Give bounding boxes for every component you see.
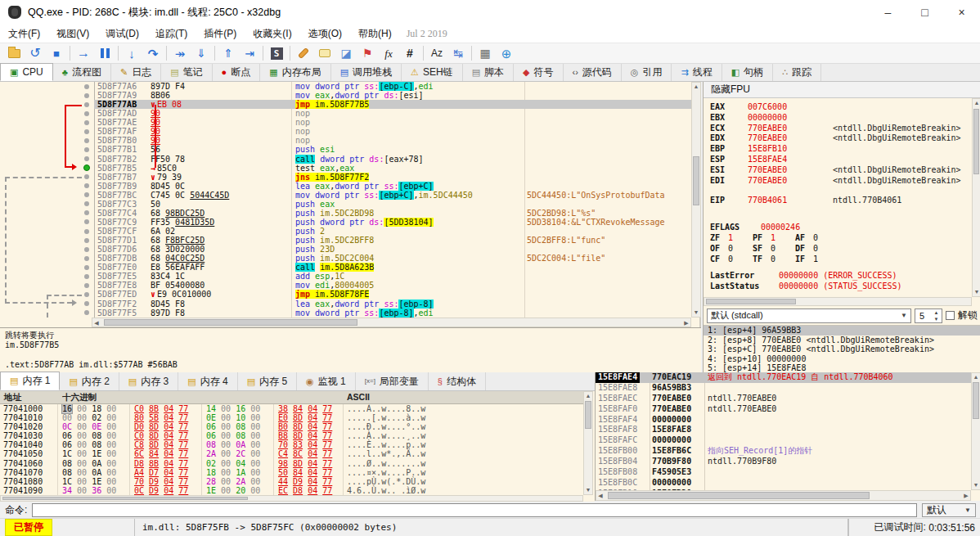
stop-button[interactable]: ■ [46, 44, 67, 62]
disasm-row[interactable]: 5D8F77AB∨EB 08jmp im.5D8F77B5 [0, 100, 691, 109]
labels-button[interactable]: ◪ [335, 44, 357, 62]
memory-vscrollbar[interactable]: ▲ ▼ [583, 391, 593, 495]
hash-button[interactable]: # [399, 44, 420, 62]
flags-row[interactable]: CF0TF0IF1 [710, 254, 973, 265]
tab-log[interactable]: ✎日志 [111, 64, 161, 81]
disasm-row[interactable]: 5D8F77A6897D F4mov dword ptr ss:[ebp-C],… [0, 82, 691, 91]
memory-row[interactable]: 7704107008 00 0A 00A4 D7 04 7718 00 1A 0… [0, 468, 583, 477]
menu-item[interactable]: 帮助(H) [350, 25, 400, 43]
argument-row[interactable]: 2: [esp+8] 770EABE0 <ntdll.DbgUiRemoteBr… [704, 336, 980, 345]
disasm-row[interactable]: 5D8F77C9FF35 0481D35Dpush dword ptr ds:[… [0, 218, 691, 227]
disasm-row[interactable]: 5D8F77ED∨E9 0C010000jmp im.5D8F78FE [0, 290, 691, 299]
breakpoint-dot[interactable] [84, 247, 89, 252]
hide-fpu-button[interactable]: 隐藏FPU [704, 82, 980, 98]
argument-count-stepper[interactable]: 5 ▲▼ [915, 309, 942, 323]
memory-row[interactable]: 770410200C 00 0E 00D0 8D 04 7706 00 08 0… [0, 422, 583, 431]
open-file-button[interactable] [3, 44, 25, 62]
argument-row[interactable]: 3: [esp+C] 770EABE0 <ntdll.DbgUiRemoteBr… [704, 345, 980, 354]
functions-button[interactable]: fx [378, 44, 399, 62]
disasm-row[interactable]: 5D8F77AF90nop [0, 127, 691, 136]
menu-item[interactable]: 选项(O) [300, 25, 350, 43]
register-row[interactable]: EBP15E8FB10 [710, 144, 973, 155]
stepper-arrows-icon[interactable]: ▲▼ [932, 309, 941, 322]
patches-button[interactable] [293, 44, 314, 62]
breakpoint-dot[interactable] [84, 93, 89, 98]
argument-row[interactable]: 4: [esp+10] 00000000 [704, 354, 980, 364]
tab-references[interactable]: ◎引用 [622, 64, 672, 81]
command-input[interactable] [32, 503, 917, 517]
trace-into-button[interactable]: ↠ [169, 44, 191, 62]
run-button[interactable]: → [73, 44, 94, 62]
tab-memory-map[interactable]: ▦内存布局 [260, 64, 330, 81]
tab-locals[interactable]: [x=]局部变量 [356, 372, 429, 390]
menu-item[interactable]: 调试(D) [97, 25, 147, 43]
breakpoint-dot[interactable] [84, 174, 89, 179]
disasm-row[interactable]: 5D8F77C350push eax [0, 200, 691, 209]
unlock-checkbox[interactable] [946, 311, 955, 320]
breakpoint-dot[interactable] [84, 219, 89, 224]
close-button[interactable]: × [943, 0, 980, 25]
disasm-row[interactable]: 5D8F77C468 98BDC25Dpush im.5DC2BD985DC2B… [0, 209, 691, 218]
breakpoint-dot[interactable] [84, 111, 89, 116]
disasm-row[interactable]: 5D8F77B5→85C0test eax,eax [0, 164, 691, 173]
update-check-button[interactable]: ⊕ [496, 44, 517, 62]
disasm-row[interactable]: 5D8F77B7∨79 39jns im.5D8F77F2 [0, 173, 691, 182]
memory-row[interactable]: 7704103006 00 08 00C0 8D 04 7706 00 08 0… [0, 431, 583, 440]
tab-source[interactable]: ‹›源代码 [564, 64, 622, 81]
breakpoint-dot[interactable] [84, 274, 89, 279]
calculator-button[interactable]: ▦ [474, 44, 496, 62]
step-16-button[interactable]: ⇓ [191, 44, 212, 62]
preferences-az-button[interactable]: Az [426, 44, 447, 62]
scylla-button[interactable]: S [266, 44, 287, 62]
register-row[interactable]: EDI770EABE0<ntdll.DbgUiRemoteBreakin> [710, 176, 973, 187]
tab-dump-1[interactable]: ▤内存 1 [0, 372, 60, 390]
memory-row[interactable]: 7704104006 00 08 00C8 8D 04 7708 00 0A 0… [0, 440, 583, 449]
argument-row[interactable]: 5: [esp+14] 15E8FAE8 [704, 363, 980, 372]
memory-hscrollbar[interactable] [0, 495, 583, 502]
disasm-row[interactable]: 5D8F77F28D45 F8lea eax,dword ptr ss:[ebp… [0, 300, 691, 309]
disasm-row[interactable]: 5D8F77B98D45 0Clea eax,dword ptr ss:[ebp… [0, 182, 691, 191]
register-row[interactable]: EBX00000000 [710, 113, 973, 124]
stack-row[interactable]: 15E8FB04770B9F80ntdll.770B9F80 [596, 457, 972, 467]
register-row[interactable]: EDX770EABE0<ntdll.DbgUiRemoteBreakin> [710, 133, 973, 144]
memory-row[interactable]: 7704100016 00 18 00C0 8B 04 7714 00 16 0… [0, 404, 583, 413]
breakpoint-dot[interactable] [84, 156, 89, 161]
command-scope-select[interactable]: 默认 ▼ [922, 503, 976, 517]
breakpoint-dot[interactable] [84, 84, 89, 89]
tab-watch-1[interactable]: ◉监视 1 [297, 372, 356, 390]
topmost-button[interactable]: ↹ [447, 44, 469, 62]
disasm-row[interactable]: 5D8F77CF6A 02push 2 [0, 227, 691, 236]
disasm-row[interactable]: 5D8F77D668 3D020000push 23D [0, 245, 691, 254]
disasm-vscrollbar[interactable]: ▲ ▼ [691, 82, 701, 318]
disasm-row[interactable]: 5D8F77B156push esi [0, 145, 691, 154]
disasm-row[interactable]: 5D8F77BCC745 0C 5044C45Dmov dword ptr ss… [0, 191, 691, 200]
menu-item[interactable]: 追踪(T) [147, 25, 196, 43]
execute-till-return-button[interactable]: ⇑ [218, 44, 239, 62]
memory-row[interactable]: 7704109034 00 36 000C D9 04 771E 00 20 0… [0, 486, 583, 495]
calling-convention-select[interactable]: 默认 (stdcall) ▼ [707, 309, 911, 323]
tab-dump-2[interactable]: ▤内存 2 [60, 372, 119, 390]
disasm-row[interactable]: 5D8F77F5897D F8mov dword ptr ss:[ebp-8],… [0, 309, 691, 318]
breakpoint-dot[interactable] [84, 265, 89, 270]
registers-vscrollbar[interactable]: ▲ ▼ [972, 98, 980, 297]
disasm-row[interactable]: 5D8F77E0E8 56EAFAFFcall im.5D8A623B [0, 263, 691, 272]
tab-symbols[interactable]: ◆符号 [514, 64, 563, 81]
tab-cpu[interactable]: ▣CPU [0, 63, 53, 81]
tab-dump-4[interactable]: ▤内存 4 [178, 372, 237, 390]
stack-row[interactable]: 15E8FAEC770EABE0ntdll.770EABE0 [596, 394, 972, 404]
flags-row[interactable]: OF0SF0DF0 [710, 244, 973, 254]
disasm-row[interactable]: 5D8F77B2FF50 78call dword ptr ds:[eax+78… [0, 155, 691, 164]
breakpoint-dot[interactable] [84, 201, 89, 206]
laststatus-row[interactable]: LastStatus00000000 (STATUS_SUCCESS) [710, 282, 973, 292]
breakpoint-dot[interactable] [84, 120, 89, 125]
tab-struct[interactable]: §结构体 [429, 372, 486, 390]
tab-breakpoints[interactable]: ●断点 [213, 64, 261, 81]
stack-row[interactable]: 15E8FAE4770EAC19返回到 ntdll.770EAC19 自 ntd… [596, 372, 972, 383]
memory-row[interactable]: 7704101000 00 02 0080 5B 04 770E 00 10 0… [0, 413, 583, 422]
breakpoint-dot[interactable] [84, 129, 89, 134]
breakpoint-dot[interactable] [84, 292, 89, 297]
register-row[interactable]: ESP15E8FAE4 [710, 155, 973, 165]
step-into-button[interactable]: ↓ [121, 44, 142, 62]
menu-item[interactable]: 插件(P) [196, 25, 245, 43]
tab-call-stack[interactable]: ▤调用堆栈 [331, 64, 402, 81]
